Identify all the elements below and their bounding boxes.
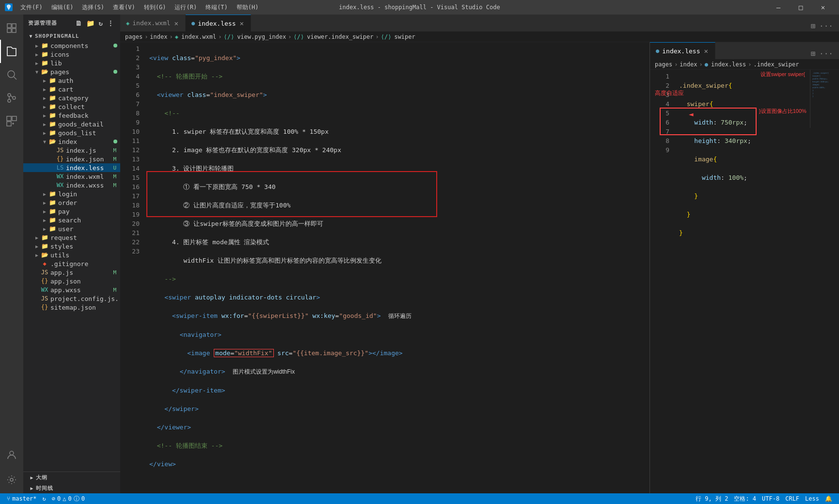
code-line-r2: swiper{ (679, 99, 805, 109)
tab-close-less[interactable]: ✕ (238, 19, 244, 27)
svg-point-6 (8, 99, 11, 102)
activity-explorer[interactable] (0, 16, 23, 40)
folder-icon: 📁 (48, 190, 56, 198)
close-button[interactable]: ✕ (812, 0, 834, 15)
activity-search[interactable] (0, 63, 23, 86)
tree-item-components[interactable]: ▶ 📁 components (23, 41, 120, 50)
split-editor-button[interactable]: ⊞ (808, 20, 817, 32)
folder-arrow: ▶ (33, 50, 41, 58)
tree-item-index-js[interactable]: ▶ JS index.js M (23, 146, 120, 155)
tree-item-styles[interactable]: ▶ 📁 styles (23, 242, 120, 251)
tree-item-cart[interactable]: ▶ 📁 cart (23, 85, 120, 94)
tab-less[interactable]: ● index.less ✕ (186, 15, 251, 32)
menu-edit[interactable]: 编辑(E) (47, 2, 78, 13)
bc-r-index[interactable]: index (680, 61, 697, 68)
tree-item-index-less[interactable]: ▶ LS index.less U (23, 163, 120, 172)
new-file-icon[interactable]: 🗎 (74, 18, 83, 28)
sidebar-header-icons: 🗎 📁 ↻ ⋮ (74, 18, 115, 28)
status-encoding[interactable]: UTF-8 (759, 493, 782, 504)
tree-item-icons[interactable]: ▶ 📁 icons (23, 50, 120, 59)
item-label: search (58, 217, 120, 224)
bc-r-pages[interactable]: pages (655, 61, 672, 68)
menu-terminal[interactable]: 终端(T) (202, 2, 232, 13)
activity-settings[interactable] (0, 468, 23, 491)
menu-view[interactable]: 查看(V) (109, 2, 139, 13)
tree-item-app-js[interactable]: ▶ JS app.js M (23, 268, 120, 277)
js-file-icon: JS (41, 268, 48, 276)
activity-extensions[interactable] (0, 110, 23, 133)
code-editor-right[interactable]: .index_swiper{swiper{width:750rpx;height… (650, 70, 839, 493)
activity-account[interactable] (0, 443, 23, 466)
tree-item-order[interactable]: ▶ 📁 order (23, 198, 120, 207)
status-line-ending[interactable]: CRLF (782, 493, 802, 504)
new-folder-icon[interactable]: 📁 (85, 18, 96, 28)
status-branch[interactable]: ⑂ master* (4, 493, 40, 504)
maximize-button[interactable]: □ (790, 0, 812, 15)
tree-item-search[interactable]: ▶ 📁 search (23, 216, 120, 224)
tree-item-request[interactable]: ▶ 📁 request (23, 233, 120, 242)
tree-item-user[interactable]: ▶ 📁 user (23, 224, 120, 233)
line-ending-label: CRLF (785, 495, 799, 502)
menu-file[interactable]: 文件(F) (16, 2, 47, 13)
tab-close-less-right[interactable]: ✕ (703, 47, 709, 55)
tree-item-goods-detail[interactable]: ▶ 📁 goods_detail (23, 120, 120, 128)
editor-right: ● index.less ✕ ⊞ ··· pages › index › ● (650, 42, 839, 493)
tab-wxml[interactable]: ◈ index.wxml ✕ (120, 15, 186, 32)
bc-viewer[interactable]: viewer.index_swiper (307, 33, 373, 40)
bc-wxml[interactable]: index.wxml (181, 33, 216, 40)
status-errors[interactable]: ⊘ 0 △ 0 ⓘ 0 (49, 493, 88, 504)
tree-item-auth[interactable]: ▶ 📁 auth (23, 76, 120, 85)
tree-item-app-json[interactable]: ▶ {} app.json (23, 277, 120, 285)
code-editor-left[interactable]: 12345 678910 1112131415 1617181920 21222… (120, 42, 649, 493)
tree-item-index-wxml[interactable]: ▶ WX index.wxml M (23, 172, 120, 181)
minimize-button[interactable]: — (767, 0, 790, 15)
collapse-icon[interactable]: ⋮ (106, 18, 115, 28)
tree-item-index-wxss[interactable]: ▶ WX index.wxss M (23, 181, 120, 189)
tree-item-utils[interactable]: ▶ 📂 utils (23, 251, 120, 259)
folder-arrow: ▶ (41, 77, 48, 84)
activity-files[interactable] (0, 40, 23, 63)
tree-item-pages[interactable]: ▼ 📂 pages (23, 67, 120, 76)
status-language[interactable]: Less (802, 493, 822, 504)
tree-item-gitignore[interactable]: ▶ ◆ .gitignore (23, 259, 120, 268)
refresh-icon[interactable]: ↻ (98, 18, 104, 28)
bc-pages[interactable]: pages (125, 33, 142, 40)
bc-index[interactable]: index (150, 33, 167, 40)
tree-item-collect[interactable]: ▶ 📁 collect (23, 102, 120, 111)
code-line-7: 3. 设计图片和轮播图 (149, 164, 649, 173)
tree-item-app-wxss[interactable]: ▶ WX app.wxss M (23, 285, 120, 294)
tree-item-feedback[interactable]: ▶ 📁 feedback (23, 111, 120, 120)
tab-less-right[interactable]: ● index.less ✕ (650, 42, 715, 59)
bc-view[interactable]: view.pyg_index (237, 33, 286, 40)
menu-run[interactable]: 运行(R) (171, 2, 201, 13)
menu-help[interactable]: 帮助(H) (233, 2, 263, 13)
bc-r-less[interactable]: index.less (711, 61, 746, 68)
tree-item-sitemap[interactable]: ▶ {} sitemap.json (23, 303, 120, 312)
tree-item-pay[interactable]: ▶ 📁 pay (23, 207, 120, 216)
status-sync[interactable]: ↻ (40, 493, 49, 504)
tree-item-project-config[interactable]: ▶ JS project.config.js... M (23, 294, 120, 303)
tree-item-index-json[interactable]: ▶ {} index.json M (23, 155, 120, 163)
tree-item-index[interactable]: ▼ 📂 index (23, 137, 120, 146)
tree-item-login[interactable]: ▶ 📁 login (23, 189, 120, 198)
status-notifications[interactable]: 🔔 (822, 493, 835, 504)
menu-goto[interactable]: 转到(G) (140, 2, 170, 13)
bc-swiper[interactable]: swiper (394, 33, 415, 40)
tab-close-wxml[interactable]: ✕ (174, 19, 179, 27)
timeline-header[interactable]: ▶ 时间线 (23, 483, 120, 493)
menu-select[interactable]: 选择(S) (78, 2, 108, 13)
activity-source-control[interactable] (0, 86, 23, 110)
tree-item-goods-list[interactable]: ▶ 📁 goods_list (23, 128, 120, 137)
more-actions-button[interactable]: ··· (817, 20, 835, 32)
status-spaces[interactable]: 空格: 4 (731, 493, 759, 504)
bc-r-selector[interactable]: .index_swiper (753, 61, 799, 68)
tree-item-lib[interactable]: ▶ 📁 lib (23, 59, 120, 67)
right-more-button[interactable]: ··· (817, 48, 835, 59)
outline-header[interactable]: ▶ 大纲 (23, 472, 120, 483)
folder-arrow: ▶ (41, 103, 48, 110)
folder-icon: 📁 (48, 120, 56, 128)
right-split-button[interactable]: ⊞ (808, 48, 817, 59)
status-position[interactable]: 行 9, 列 2 (693, 493, 731, 504)
tree-section-shoppingmall[interactable]: ▼ SHOPPINGMALL (23, 32, 120, 40)
tree-item-category[interactable]: ▶ 📁 category (23, 94, 120, 102)
